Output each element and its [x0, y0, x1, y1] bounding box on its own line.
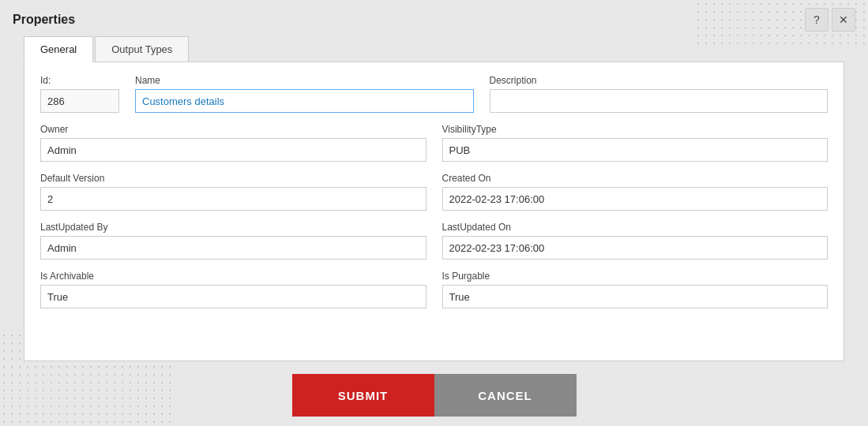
tab-output-types[interactable]: Output Types [95, 36, 189, 62]
last-updated-by-group: LastUpdated By [40, 222, 426, 260]
form-panel: Id: Name Description Owner [24, 62, 844, 361]
owner-input[interactable] [40, 138, 426, 162]
owner-group: Owner [40, 124, 426, 162]
last-updated-by-label: LastUpdated By [40, 222, 426, 233]
last-updated-on-input[interactable] [442, 236, 829, 260]
owner-label: Owner [40, 124, 426, 135]
is-archivable-input[interactable] [40, 285, 426, 308]
properties-dialog: Properties ? ✕ General Output Types [0, 0, 868, 426]
help-button[interactable]: ? [805, 8, 829, 32]
is-purgable-input[interactable] [442, 285, 829, 308]
dialog-wrapper: Properties ? ✕ General Output Types [0, 0, 868, 426]
tab-general[interactable]: General [24, 36, 93, 62]
form-row-2: Owner VisibilityType [40, 124, 828, 162]
last-updated-on-group: LastUpdated On [442, 222, 829, 260]
last-updated-by-input[interactable] [40, 236, 426, 260]
default-version-label: Default Version [40, 173, 426, 184]
id-group: Id: [40, 75, 119, 113]
is-purgable-group: Is Purgable [442, 271, 829, 308]
created-on-input[interactable] [442, 187, 829, 211]
created-on-label: Created On [442, 173, 829, 184]
dialog-footer: SUBMIT CANCEL [0, 361, 868, 426]
visibility-type-group: VisibilityType [442, 124, 829, 162]
is-archivable-group: Is Archivable [40, 271, 426, 308]
id-input [40, 89, 119, 113]
submit-button[interactable]: SUBMIT [292, 374, 434, 417]
name-group: Name [135, 75, 474, 113]
description-label: Description [490, 75, 829, 86]
id-label: Id: [40, 75, 119, 86]
form-row-5: Is Archivable Is Purgable [40, 271, 828, 308]
tab-bar: General Output Types [24, 36, 844, 62]
default-version-group: Default Version [40, 173, 426, 211]
dialog-body: General Output Types Id: Name [0, 36, 868, 361]
cancel-button[interactable]: CANCEL [434, 374, 577, 417]
form-row-3: Default Version Created On [40, 173, 828, 211]
header-actions: ? ✕ [805, 8, 855, 32]
visibility-type-label: VisibilityType [442, 124, 829, 135]
dialog-title: Properties [13, 13, 75, 27]
description-group: Description [490, 75, 829, 113]
default-version-input[interactable] [40, 187, 426, 211]
dialog-header: Properties ? ✕ [0, 0, 868, 36]
visibility-type-input[interactable] [442, 138, 829, 162]
is-purgable-label: Is Purgable [442, 271, 829, 282]
is-archivable-label: Is Archivable [40, 271, 426, 282]
name-label: Name [135, 75, 474, 86]
last-updated-on-label: LastUpdated On [442, 222, 829, 233]
name-input[interactable] [135, 89, 474, 113]
form-row-1: Id: Name Description [40, 75, 828, 113]
description-input[interactable] [490, 89, 829, 113]
form-row-4: LastUpdated By LastUpdated On [40, 222, 828, 260]
created-on-group: Created On [442, 173, 829, 211]
close-button[interactable]: ✕ [832, 8, 855, 32]
